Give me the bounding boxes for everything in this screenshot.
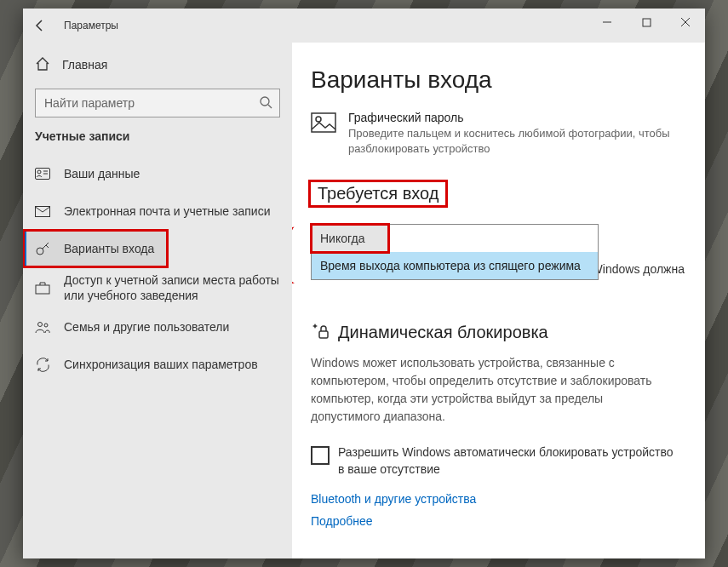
sidebar-item-family[interactable]: Семья и другие пользователи [23, 308, 292, 346]
sidebar-item-label: Синхронизация ваших параметров [64, 357, 258, 372]
key-icon [35, 241, 50, 256]
svg-rect-15 [312, 113, 335, 132]
sidebar-item-email[interactable]: Электронная почта и учетные записи [23, 192, 292, 230]
svg-rect-17 [319, 331, 328, 338]
require-signin-heading: Требуется вход [311, 182, 445, 205]
sidebar-item-label: Семья и другие пользователи [64, 319, 229, 335]
require-signin-hint-tail: Windows должна [592, 262, 685, 276]
sidebar-home[interactable]: Главная [23, 48, 292, 82]
require-signin-dropdown[interactable]: Никогда Время выхода компьютера из спяще… [311, 224, 599, 280]
dynamic-lock-heading: Динамическая блокировка [338, 323, 548, 342]
link-bluetooth[interactable]: Bluetooth и другие устройства [311, 492, 476, 506]
sync-icon [35, 358, 50, 372]
svg-point-5 [37, 170, 41, 174]
svg-line-11 [46, 245, 49, 248]
home-icon [35, 57, 50, 73]
link-more[interactable]: Подробнее [311, 514, 373, 528]
svg-point-13 [38, 322, 43, 326]
sidebar-item-label: Варианты входа [64, 241, 154, 256]
svg-point-16 [316, 117, 321, 122]
page-title: Варианты входа [311, 66, 686, 94]
sidebar-item-work-access[interactable]: Доступ к учетной записи места работы или… [23, 267, 292, 308]
svg-point-2 [261, 97, 269, 106]
sidebar: Главная Учетные записи Ваши данн [23, 43, 292, 558]
back-button[interactable] [23, 9, 57, 43]
mail-icon [35, 206, 50, 217]
svg-line-10 [43, 243, 49, 249]
option-picture-password[interactable]: Графический пароль Проведите пальцем и к… [311, 111, 686, 157]
dropdown-option-sleep[interactable]: Время выхода компьютера из спящего режим… [312, 252, 598, 279]
picture-icon [311, 112, 336, 133]
sidebar-item-label: Доступ к учетной записи места работы или… [64, 272, 280, 303]
option-title: Графический пароль [348, 111, 680, 124]
dynamic-lock-desc: Windows может использовать устройства, с… [311, 354, 668, 426]
svg-line-3 [268, 105, 272, 108]
sidebar-item-label: Ваши данные [64, 166, 140, 181]
settings-window: Параметры Главная [23, 9, 705, 558]
dropdown-option-never[interactable]: Никогда [312, 225, 388, 252]
sidebar-home-label: Главная [62, 58, 107, 72]
main-content: Варианты входа Графический пароль Провед… [292, 43, 705, 558]
sidebar-item-signin-options[interactable]: Варианты входа [23, 230, 168, 267]
sidebar-section-label: Учетные записи [23, 129, 292, 155]
sparkle-lock-icon [311, 323, 330, 342]
window-title: Параметры [64, 20, 118, 32]
minimize-button[interactable] [588, 9, 627, 36]
checkbox[interactable] [311, 446, 330, 465]
briefcase-icon [35, 282, 50, 295]
svg-rect-12 [36, 285, 49, 294]
sidebar-item-your-info[interactable]: Ваши данные [23, 155, 292, 192]
people-icon [35, 321, 50, 334]
search-input[interactable] [43, 95, 259, 111]
svg-point-14 [44, 324, 48, 327]
checkbox-label: Разрешить Windows автоматически блокиров… [338, 444, 679, 478]
sidebar-item-label: Электронная почта и учетные записи [64, 203, 270, 219]
maximize-button[interactable] [627, 9, 666, 36]
svg-point-9 [37, 248, 43, 255]
search-box[interactable] [35, 89, 280, 117]
sidebar-item-sync[interactable]: Синхронизация ваших параметров [23, 346, 292, 383]
titlebar: Параметры [23, 9, 705, 43]
dynamic-lock-checkbox-row[interactable]: Разрешить Windows автоматически блокиров… [311, 444, 686, 478]
close-button[interactable] [666, 9, 705, 36]
option-desc: Проведите пальцем и коснитесь любимой фо… [348, 126, 680, 157]
svg-rect-1 [643, 19, 651, 26]
id-card-icon [35, 168, 50, 180]
search-icon [259, 95, 272, 112]
